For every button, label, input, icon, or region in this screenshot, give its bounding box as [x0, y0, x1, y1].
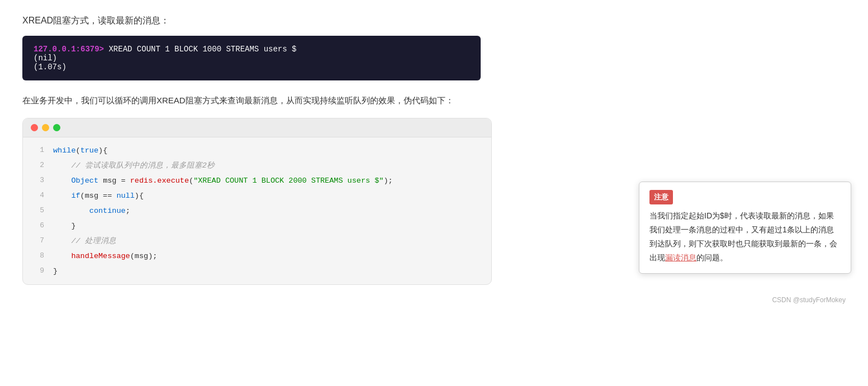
code-body: 1while(true){ 2 // 尝试读取队列中的消息，最多阻塞2秒3 Ob…: [23, 137, 491, 284]
terminal-block: 127.0.0.1:6379> XREAD COUNT 1 BLOCK 1000…: [22, 36, 481, 80]
terminal-prompt: 127.0.0.1:6379>: [34, 45, 108, 54]
code-line: 5 continue;: [23, 203, 491, 218]
line-number: 2: [29, 158, 44, 173]
line-content: continue;: [53, 203, 486, 218]
line-number: 6: [29, 218, 44, 233]
terminal-command: XREAD COUNT 1 BLOCK 1000 STREAMS users $: [108, 45, 296, 54]
code-line: 6 }: [23, 218, 491, 233]
code-line: 3 Object msg = redis.execute("XREAD COUN…: [23, 173, 491, 188]
note-text: 当我们指定起始ID为$时，代表读取最新的消息，如果我们处理一条消息的过程中，又有…: [649, 209, 841, 265]
line-content: // 尝试读取队列中的消息，最多阻塞2秒: [53, 158, 486, 173]
tl-red-dot: [31, 124, 38, 131]
code-window: 1while(true){ 2 // 尝试读取队列中的消息，最多阻塞2秒3 Ob…: [22, 118, 492, 285]
section1-title: XREAD阻塞方式，读取最新的消息：: [22, 13, 846, 28]
note-box: 注意 当我们指定起始ID为$时，代表读取最新的消息，如果我们处理一条消息的过程中…: [639, 182, 851, 273]
tl-green-dot: [53, 124, 60, 131]
line-number: 8: [29, 249, 44, 263]
tl-yellow-dot: [42, 124, 49, 131]
code-line: 2 // 尝试读取队列中的消息，最多阻塞2秒: [23, 158, 491, 173]
note-text-after: 的问题。: [696, 253, 728, 262]
line-number: 5: [29, 203, 44, 218]
code-section: 1while(true){ 2 // 尝试读取队列中的消息，最多阻塞2秒3 Ob…: [22, 118, 846, 285]
note-badge: 注意: [649, 190, 673, 204]
titlebar: [23, 118, 491, 137]
line-content: while(true){: [53, 143, 486, 158]
code-line: 9}: [23, 264, 491, 279]
terminal-line2: (nil): [34, 54, 469, 63]
watermark: CSDN @studyForMokey: [22, 296, 846, 304]
line-number: 7: [29, 233, 44, 248]
section2-desc: 在业务开发中，我们可以循环的调用XREAD阻塞方式来查询最新消息，从而实现持续监…: [22, 93, 846, 108]
note-highlight: 漏读消息: [665, 253, 696, 262]
line-number: 4: [29, 188, 44, 203]
line-number: 1: [29, 143, 44, 158]
code-line: 7 // 处理消息: [23, 233, 491, 249]
line-content: if(msg == null){: [53, 188, 486, 203]
line-content: handleMessage(msg);: [53, 249, 486, 264]
code-line: 4 if(msg == null){: [23, 188, 491, 203]
code-line: 8 handleMessage(msg);: [23, 249, 491, 264]
line-number: 9: [29, 264, 44, 278]
line-content: // 处理消息: [53, 233, 486, 249]
line-content: }: [53, 218, 486, 233]
line-content: Object msg = redis.execute("XREAD COUNT …: [53, 173, 486, 188]
line-number: 3: [29, 173, 44, 188]
line-content: }: [53, 264, 486, 279]
code-line: 1while(true){: [23, 143, 491, 158]
terminal-line3: (1.07s): [34, 63, 469, 72]
